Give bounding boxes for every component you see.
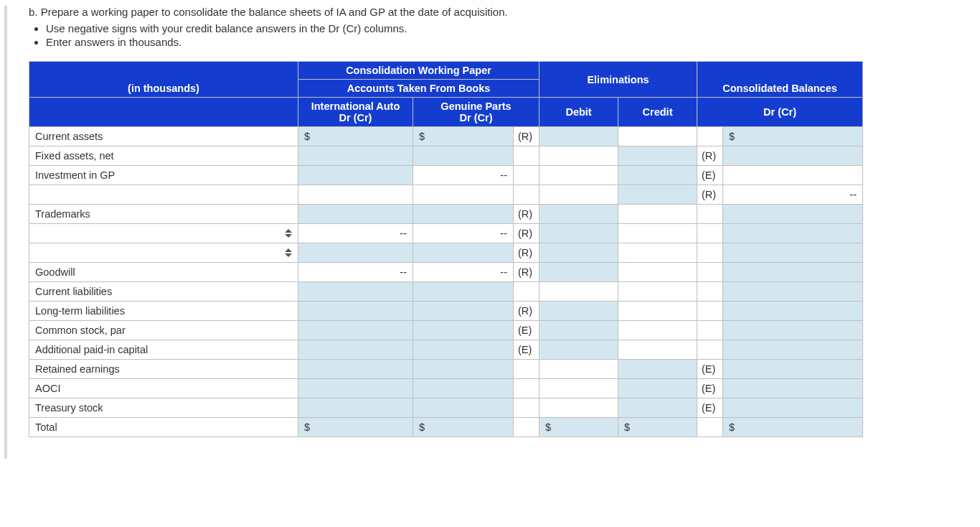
elimination-tag-left	[514, 398, 540, 418]
debit-amount[interactable]	[540, 243, 618, 263]
ia-amount[interactable]: $	[298, 418, 413, 437]
elimination-tag-right	[697, 302, 723, 321]
ia-amount[interactable]	[298, 146, 413, 166]
credit-amount	[618, 321, 697, 340]
consolidated-amount[interactable]: $	[723, 127, 863, 146]
gp-amount[interactable]	[413, 360, 514, 379]
consolidated-amount[interactable]	[723, 360, 863, 379]
credit-amount[interactable]	[618, 146, 697, 166]
ia-amount[interactable]	[298, 282, 413, 302]
header-accounts-taken: Accounts Taken From Books	[298, 80, 540, 98]
ia-amount[interactable]	[298, 340, 413, 360]
gp-amount[interactable]	[413, 243, 514, 263]
consolidated-amount[interactable]	[723, 146, 863, 166]
row-label[interactable]	[29, 224, 298, 243]
debit-amount[interactable]	[540, 263, 618, 282]
gp-amount[interactable]	[413, 205, 514, 224]
header-gp: Genuine PartsDr (Cr)	[413, 98, 540, 127]
ia-amount[interactable]	[298, 360, 413, 379]
row-label[interactable]	[29, 243, 298, 263]
row-label: Current liabilities	[29, 282, 298, 302]
credit-amount	[618, 282, 697, 302]
debit-amount[interactable]	[540, 302, 618, 321]
ia-amount[interactable]	[298, 166, 413, 185]
row-label: Trademarks	[29, 205, 298, 224]
elimination-tag-right: (R)	[697, 146, 723, 166]
credit-amount[interactable]	[618, 360, 697, 379]
gp-amount[interactable]	[413, 146, 514, 166]
sort-icon[interactable]	[283, 246, 293, 259]
consolidated-amount[interactable]	[723, 302, 863, 321]
consolidated-amount[interactable]	[723, 224, 863, 243]
debit-amount[interactable]	[540, 340, 618, 360]
header-debit: Debit	[540, 98, 618, 127]
consolidated-amount[interactable]: $	[723, 418, 863, 437]
elimination-tag-left: (R)	[514, 224, 540, 243]
ia-amount[interactable]: $	[298, 127, 413, 146]
credit-amount	[618, 263, 697, 282]
consolidated-amount[interactable]	[723, 282, 863, 302]
table-row: Trademarks(R)	[29, 205, 863, 224]
debit-amount[interactable]	[540, 205, 618, 224]
debit-amount[interactable]	[540, 321, 618, 340]
elimination-tag-left	[514, 146, 540, 166]
credit-amount[interactable]	[618, 185, 697, 205]
gp-amount[interactable]	[413, 321, 514, 340]
credit-amount	[618, 205, 697, 224]
consolidated-amount[interactable]	[723, 379, 863, 398]
elimination-tag-right	[697, 340, 723, 360]
table-row: Current liabilities	[29, 282, 863, 302]
credit-amount[interactable]: $	[618, 418, 697, 437]
elimination-tag-right	[697, 282, 723, 302]
elimination-tag-right: (E)	[697, 166, 723, 185]
instruction-bullets: Use negative signs with your credit bala…	[29, 22, 958, 48]
ia-amount[interactable]	[298, 302, 413, 321]
table-row: Total$$$$$	[29, 418, 863, 437]
credit-amount[interactable]	[618, 379, 697, 398]
gp-amount[interactable]	[413, 340, 514, 360]
debit-amount	[540, 185, 618, 205]
ia-amount: --	[298, 263, 413, 282]
consolidated-amount[interactable]	[723, 205, 863, 224]
header-in-thousands: (in thousands)	[29, 62, 298, 98]
question-prompt: b. Prepare a working paper to consolidat…	[29, 6, 958, 18]
row-label: Investment in GP	[29, 166, 298, 185]
gp-amount: --	[413, 224, 514, 243]
ia-amount	[298, 185, 413, 205]
consolidated-amount[interactable]	[723, 243, 863, 263]
elimination-tag-left: (E)	[514, 321, 540, 340]
consolidated-amount[interactable]	[723, 340, 863, 360]
row-label: Additional paid-in capital	[29, 340, 298, 360]
ia-amount[interactable]	[298, 243, 413, 263]
debit-amount[interactable]: $	[540, 418, 618, 437]
row-label: AOCI	[29, 379, 298, 398]
gp-amount[interactable]: $	[413, 127, 514, 146]
credit-amount	[618, 340, 697, 360]
debit-amount[interactable]	[540, 224, 618, 243]
ia-amount[interactable]	[298, 205, 413, 224]
credit-amount[interactable]	[618, 166, 697, 185]
sort-icon[interactable]	[283, 227, 293, 240]
instruction-bullet: Enter answers in thousands.	[46, 36, 958, 48]
credit-amount[interactable]	[618, 398, 697, 418]
ia-amount[interactable]	[298, 321, 413, 340]
gp-amount[interactable]	[413, 302, 514, 321]
consolidated-amount[interactable]	[723, 321, 863, 340]
debit-amount[interactable]	[540, 127, 618, 146]
elimination-tag-right	[697, 224, 723, 243]
ia-amount: --	[298, 224, 413, 243]
consolidated-amount[interactable]	[723, 263, 863, 282]
consolidated-amount	[723, 166, 863, 185]
consolidated-amount[interactable]	[723, 398, 863, 418]
gp-amount[interactable]	[413, 282, 514, 302]
gp-amount: --	[413, 263, 514, 282]
elimination-tag-left: (R)	[514, 127, 540, 146]
gp-amount[interactable]	[413, 398, 514, 418]
ia-amount[interactable]	[298, 379, 413, 398]
gp-amount[interactable]: $	[413, 418, 514, 437]
ia-amount[interactable]	[298, 398, 413, 418]
table-row: Long-term liabilities(R)	[29, 302, 863, 321]
header-title: Consolidation Working Paper	[298, 62, 540, 80]
gp-amount[interactable]	[413, 379, 514, 398]
elimination-tag-left: (R)	[514, 205, 540, 224]
